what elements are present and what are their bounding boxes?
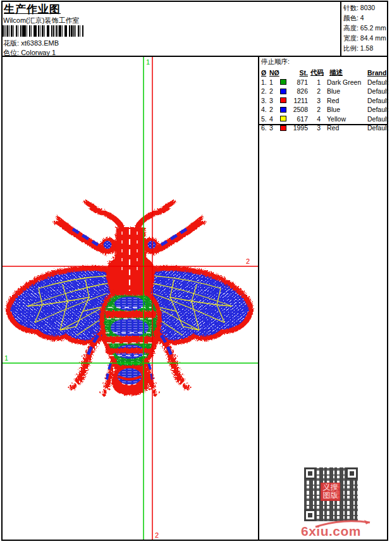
- bee-left-front-leg: [52, 214, 106, 250]
- stat-height: 高度: 65.2 mm: [343, 23, 389, 33]
- col-seq: Ø: [261, 69, 269, 77]
- stat-colors-label: 颜色:: [343, 14, 358, 22]
- table-row: 2.2 826 2 Blue Default: [261, 87, 388, 96]
- stat-scale-value: 1.58: [360, 44, 373, 52]
- bee-tail: [111, 364, 149, 395]
- pattern-file-label: 花版:: [3, 39, 19, 47]
- stat-stitches-value: 8030: [360, 4, 375, 11]
- bee-embroidery-design: [8, 200, 252, 395]
- table-row: 3.3 1211 3 Red Default: [261, 96, 388, 106]
- col-needle: NØ: [269, 69, 278, 77]
- bee-right-front-leg: [154, 214, 207, 250]
- company-name: Wilcom(汇京)装饰工作室: [3, 16, 79, 25]
- col-element: 元素: [386, 68, 392, 77]
- stat-stitches-label: 针数:: [343, 4, 358, 11]
- bee-left-shoulder: [99, 237, 116, 253]
- table-row: 4.2 2508 2 Blue Default: [261, 105, 388, 114]
- thread-color-swatch: [280, 125, 286, 131]
- col-brand: Brand: [357, 69, 386, 77]
- guide-marker-top: 1: [146, 58, 150, 66]
- thread-color-swatch: [280, 79, 286, 85]
- table-bottom-line: [259, 124, 388, 125]
- pattern-file-value: xt6383.EMB: [21, 39, 59, 47]
- qr-finder-icon: [346, 467, 358, 479]
- table-row: 5.4 617 4 Yellow Default: [261, 114, 388, 124]
- col-stitches: St.: [289, 69, 308, 77]
- stat-scale: 比例: 1.58: [343, 43, 389, 53]
- barcode-icon: [3, 25, 83, 37]
- page-title: 生产作业图: [4, 2, 61, 16]
- thread-color-swatch: [280, 107, 286, 113]
- red-seal-stamp: 义搜图版: [321, 483, 340, 501]
- guide-marker-left: 1: [4, 354, 8, 362]
- col-code: 代码: [308, 68, 321, 77]
- table-header-row: Ø NØ St. 代码 描述 Brand 元素: [261, 68, 388, 78]
- stat-colors: 颜色: 4: [343, 13, 389, 23]
- thread-color-swatch: [280, 97, 286, 103]
- stat-scale-label: 比例:: [343, 44, 358, 52]
- stop-sequence-title: 停止顺序:: [261, 58, 388, 66]
- stat-colors-value: 4: [360, 14, 364, 22]
- thread-color-swatch: [280, 89, 286, 94]
- design-stats-box: 针数: 8030 颜色: 4 高度: 65.2 mm 宽度: 84.4 mm 比…: [343, 3, 389, 53]
- qr-code: 义搜图版: [304, 467, 358, 521]
- col-description: 描述: [321, 68, 357, 77]
- stat-stitches: 针数: 8030: [343, 3, 389, 13]
- bee-thorax: [105, 226, 154, 294]
- thread-color-swatch: [280, 116, 286, 121]
- qr-finder-icon: [304, 467, 316, 479]
- guide-marker-bottom: 2: [155, 531, 159, 539]
- site-logo: 6xiu.com: [301, 524, 361, 539]
- bee-right-shoulder: [144, 237, 160, 253]
- stat-width-value: 84.4 mm: [360, 34, 386, 42]
- stat-height-value: 65.2 mm: [360, 24, 386, 32]
- guide-marker-right: 2: [246, 257, 250, 265]
- right-panel-divider-line: [258, 56, 259, 540]
- stats-box-divider-line: [340, 1, 341, 56]
- stat-height-label: 高度:: [343, 24, 358, 32]
- design-canvas: 1 2 2 1: [2, 57, 258, 540]
- pattern-file-line: 花版: xt6383.EMB: [3, 39, 59, 48]
- header-divider-line: [1, 56, 388, 57]
- stat-width-label: 宽度:: [343, 34, 358, 42]
- stat-width: 宽度: 84.4 mm: [343, 33, 389, 43]
- stop-sequence-panel: 停止顺序: Ø NØ St. 代码 描述 Brand 元素 1.1 871 1 …: [261, 58, 388, 133]
- table-row: 1.1 871 1 Dark Green Default: [261, 78, 388, 87]
